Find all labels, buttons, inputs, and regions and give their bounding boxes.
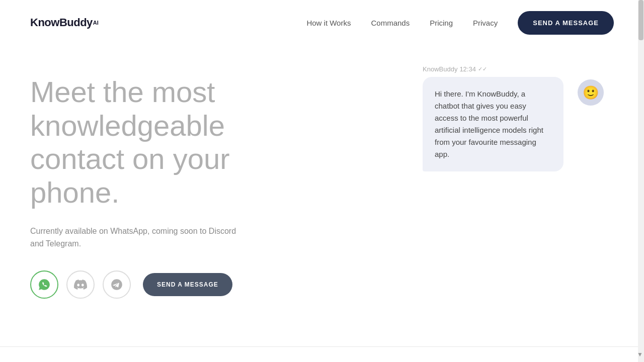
chat-message: Hi there. I'm KnowBuddy, a chatbot that … bbox=[435, 89, 543, 158]
hero-actions: SEND A MESSAGE bbox=[30, 270, 312, 299]
nav-how-it-works[interactable]: How it Works bbox=[306, 19, 351, 27]
telegram-button[interactable] bbox=[103, 270, 131, 299]
hero-left: Meet the most knowledgeable contact on y… bbox=[30, 75, 312, 299]
chat-bubble: Hi there. I'm KnowBuddy, a chatbot that … bbox=[423, 77, 564, 171]
logo-text: KnowBuddy bbox=[30, 16, 93, 29]
nav-commands[interactable]: Commands bbox=[371, 19, 410, 27]
header-send-message-button[interactable]: SEND A MESSAGE bbox=[518, 11, 614, 35]
chat-widget: KnowBuddy 12:34 ✓✓ Hi there. I'm KnowBud… bbox=[423, 65, 594, 171]
discord-icon bbox=[74, 278, 87, 291]
hero-subtext: Currently available on WhatsApp, coming … bbox=[30, 225, 247, 250]
whatsapp-button[interactable] bbox=[30, 270, 58, 299]
hero-send-message-button[interactable]: SEND A MESSAGE bbox=[143, 273, 232, 296]
scroll-arrow[interactable]: ▼ bbox=[637, 351, 643, 358]
avatar-emoji: 🙂 bbox=[583, 85, 599, 101]
scrollbar-track[interactable] bbox=[638, 0, 644, 362]
scrollbar-thumb[interactable] bbox=[638, 0, 643, 40]
main-nav: How it Works Commands Pricing Privacy SE… bbox=[306, 11, 614, 35]
header: KnowBuddy AI How it Works Commands Prici… bbox=[0, 0, 644, 45]
nav-privacy[interactable]: Privacy bbox=[473, 19, 498, 27]
chat-tick-icon: ✓✓ bbox=[478, 66, 487, 72]
bottom-divider bbox=[0, 346, 638, 347]
logo-ai: AI bbox=[93, 20, 99, 26]
logo[interactable]: KnowBuddy AI bbox=[30, 16, 99, 29]
hero-section: Meet the most knowledgeable contact on y… bbox=[0, 45, 644, 299]
hero-heading: Meet the most knowledgeable contact on y… bbox=[30, 75, 312, 210]
chat-time: 12:34 bbox=[459, 65, 476, 73]
discord-button[interactable] bbox=[66, 270, 95, 299]
chat-label: KnowBuddy 12:34 ✓✓ bbox=[423, 65, 594, 73]
chat-sender: KnowBuddy bbox=[423, 65, 457, 73]
whatsapp-icon bbox=[38, 278, 51, 291]
nav-pricing[interactable]: Pricing bbox=[430, 19, 453, 27]
telegram-icon bbox=[110, 278, 123, 291]
avatar: 🙂 bbox=[578, 79, 604, 106]
